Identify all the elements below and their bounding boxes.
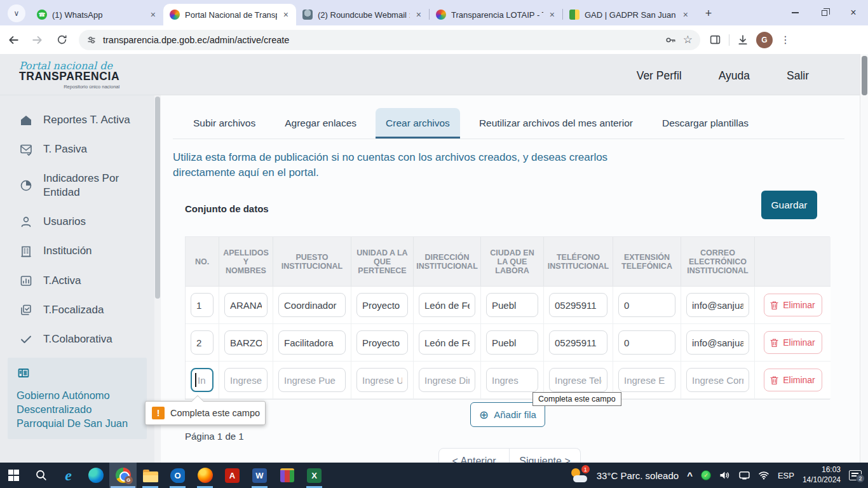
tab-reutilizar-archivos[interactable]: Reutilizar archivos del mes anterior — [469, 108, 643, 139]
no-field[interactable] — [191, 330, 214, 355]
extension-field[interactable] — [618, 330, 675, 355]
clock[interactable]: 16:03 14/10/2024 — [803, 465, 841, 485]
nav-ver-perfil[interactable]: Ver Perfil — [637, 69, 682, 83]
unidad-field[interactable] — [356, 368, 408, 392]
new-tab-button[interactable]: + — [700, 4, 717, 22]
back-button[interactable] — [3, 29, 24, 51]
apellidos-field[interactable] — [224, 293, 268, 317]
browser-tab-roundcube[interactable]: (2) Roundcube Webmail :: E × — [296, 4, 429, 25]
telefono-field[interactable] — [549, 330, 607, 355]
ciudad-field[interactable] — [486, 293, 538, 317]
password-key-icon[interactable] — [665, 35, 677, 45]
language-indicator[interactable]: ESP — [778, 471, 794, 480]
taskbar-excel[interactable]: X — [301, 463, 328, 488]
bookmark-star-icon[interactable]: ☆ — [683, 34, 693, 45]
puesto-field[interactable] — [278, 330, 346, 355]
sidebar-item-institucion[interactable]: Institución — [0, 236, 154, 266]
extension-field[interactable] — [618, 293, 675, 317]
page-scrollbar-thumb[interactable] — [862, 56, 867, 95]
direccion-field[interactable] — [419, 293, 475, 317]
ciudad-field[interactable] — [486, 368, 538, 392]
taskbar-winrar[interactable] — [273, 463, 301, 488]
tab-descargar-plantillas[interactable]: Descargar plantillas — [652, 108, 759, 139]
start-button[interactable] — [0, 463, 27, 488]
sidebar-item-indicadores[interactable]: Indicadores Por Entidad — [0, 164, 154, 207]
sidebar-item-usuarios[interactable]: Usuarios — [0, 207, 154, 236]
tab-close-icon[interactable]: × — [282, 10, 290, 20]
telefono-field[interactable] — [549, 368, 607, 392]
save-button[interactable]: Guardar — [761, 191, 817, 219]
tab-search-chevron-icon[interactable]: ∨ — [8, 4, 25, 22]
tab-close-icon[interactable]: × — [548, 10, 556, 20]
window-close-button[interactable]: × — [839, 0, 868, 25]
sidebar-item-t-focalizada[interactable]: T.Focalizada — [0, 295, 154, 325]
window-minimize-button[interactable] — [780, 0, 810, 25]
sidebar-item-gad-san-juan-active[interactable]: Gobierno Autónomo Descentralizado Parroq… — [8, 358, 147, 439]
wifi-icon[interactable] — [758, 471, 770, 480]
no-field[interactable] — [191, 293, 214, 317]
taskbar-chrome-active[interactable]: G — [109, 463, 137, 488]
tab-close-icon[interactable]: × — [149, 10, 157, 20]
nav-salir[interactable]: Salir — [787, 69, 809, 83]
tab-close-icon[interactable]: × — [682, 10, 689, 20]
unidad-field[interactable] — [356, 293, 408, 317]
browser-tab-gad[interactable]: GAD | GADPR San Juan | × — [563, 4, 696, 25]
apellidos-field[interactable] — [224, 330, 268, 355]
taskbar-edge[interactable] — [82, 463, 109, 488]
direccion-field[interactable] — [419, 330, 475, 355]
sidebar-item-t-activa[interactable]: T.Activa — [0, 266, 154, 295]
browser-tab-whatsapp[interactable]: ☎ (1) WhatsApp × — [31, 4, 163, 25]
action-center-icon[interactable]: 2 — [849, 470, 862, 480]
window-restore-button[interactable] — [810, 0, 839, 25]
previous-page-button[interactable]: < Anterior — [438, 448, 510, 463]
tab-agregar-enlaces[interactable]: Agregar enlaces — [275, 108, 367, 139]
tab-subir-archivos[interactable]: Subir archivos — [183, 108, 266, 139]
volume-icon[interactable] — [719, 471, 731, 480]
correo-field[interactable] — [686, 368, 749, 392]
tray-expand-chevron-icon[interactable]: ^ — [687, 470, 693, 481]
delete-row-button[interactable]: Eliminar — [764, 331, 822, 354]
sidebar-item-t-pasiva[interactable]: T. Pasiva — [0, 135, 154, 164]
taskbar-firefox[interactable] — [191, 463, 219, 488]
apellidos-field[interactable] — [224, 368, 268, 392]
taskbar-internet-explorer[interactable]: e — [55, 463, 82, 488]
sidebar-scrollbar-thumb[interactable] — [155, 97, 160, 299]
weather-summary[interactable]: 33°C Parc. soleado — [597, 470, 679, 481]
browser-tab-portal-active[interactable]: Portal Nacional de Transpare × — [163, 4, 296, 25]
puesto-field[interactable] — [278, 368, 346, 392]
site-settings-icon[interactable] — [86, 35, 97, 45]
next-page-button[interactable]: Siguiente > — [510, 448, 581, 463]
weather-icon[interactable]: 1 — [571, 468, 588, 483]
profile-avatar[interactable]: G — [756, 32, 773, 48]
forward-button[interactable] — [27, 29, 48, 51]
delete-row-button[interactable]: Eliminar — [764, 294, 822, 316]
sidebar-item-t-colaborativa[interactable]: T.Colaborativa — [0, 325, 154, 354]
unidad-field[interactable] — [356, 330, 408, 355]
nav-ayuda[interactable]: Ayuda — [719, 69, 750, 83]
page-scrollbar[interactable] — [860, 54, 868, 463]
ciudad-field[interactable] — [486, 330, 538, 355]
tab-crear-archivos-active[interactable]: Crear archivos — [376, 108, 460, 139]
correo-field[interactable] — [686, 330, 749, 355]
address-bar[interactable]: transparencia.dpe.gob.ec/admin/active/cr… — [79, 30, 700, 50]
antivirus-icon[interactable]: ✓ — [701, 470, 711, 480]
taskbar-outlook[interactable]: O — [164, 463, 191, 488]
download-icon[interactable] — [737, 34, 749, 46]
telefono-field[interactable] — [549, 293, 607, 317]
sidebar-item-reportes-t-activa[interactable]: Reportes T. Activa — [0, 105, 154, 135]
tab-close-icon[interactable]: × — [415, 10, 423, 20]
taskbar-search-button[interactable] — [27, 463, 55, 488]
extension-field[interactable] — [618, 368, 675, 392]
side-panel-icon[interactable] — [709, 34, 721, 45]
puesto-field[interactable] — [278, 293, 346, 317]
taskbar-file-explorer[interactable] — [137, 463, 164, 488]
reload-button[interactable] — [51, 29, 72, 51]
no-field-focused[interactable] — [191, 368, 214, 392]
browser-menu-icon[interactable]: ⋮ — [780, 34, 790, 46]
direccion-field[interactable] — [419, 368, 475, 392]
correo-field[interactable] — [686, 293, 749, 317]
display-icon[interactable] — [739, 471, 750, 480]
taskbar-acrobat[interactable]: A — [219, 463, 246, 488]
taskbar-word[interactable]: W — [246, 463, 273, 488]
delete-row-button[interactable]: Eliminar — [764, 369, 822, 391]
